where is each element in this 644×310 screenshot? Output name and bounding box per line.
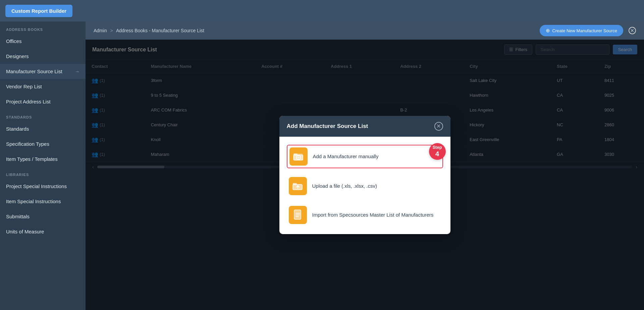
sidebar-item-standards[interactable]: Standards bbox=[0, 121, 86, 136]
modal-title: Add Manufacturer Source List bbox=[287, 123, 368, 130]
close-button[interactable]: ✕ bbox=[629, 27, 636, 34]
create-new-manufacturer-button[interactable]: ⊕ Create New Manufacturer Source bbox=[540, 25, 623, 36]
sidebar-item-units-of-measure[interactable]: Units of Measure bbox=[0, 224, 86, 239]
sidebar-item-item-special-instructions[interactable]: Item Special Instructions bbox=[0, 194, 86, 209]
sidebar-item-submittals[interactable]: Submittals bbox=[0, 209, 86, 224]
sidebar-section-address-books: ADDRESS BOOKS bbox=[0, 21, 86, 34]
modal-option-upload[interactable]: Upload a file (.xls, .xlsx, .csv) bbox=[287, 175, 443, 197]
breadcrumb: Admin > Address Books - Manufacturer Sou… bbox=[94, 28, 204, 33]
svg-rect-13 bbox=[294, 210, 301, 219]
sidebar: ADDRESS BOOKS Offices Designers Manufact… bbox=[0, 21, 86, 310]
table-container: Manufacturer Source List ☰ Filters Searc… bbox=[86, 40, 644, 310]
sidebar-arrow-icon: → bbox=[75, 69, 79, 74]
sidebar-item-offices[interactable]: Offices bbox=[0, 34, 86, 49]
modal-body: Add a Manufacturer manually Step 4 bbox=[279, 137, 450, 234]
sidebar-item-item-types-templates[interactable]: Item Types / Templates bbox=[0, 151, 86, 167]
sidebar-item-vendor-rep-list[interactable]: Vendor Rep List bbox=[0, 79, 86, 94]
sidebar-item-designers[interactable]: Designers bbox=[0, 49, 86, 64]
modal-option-upload-label: Upload a file (.xls, .xlsx, .csv) bbox=[312, 183, 377, 189]
sidebar-item-project-address-list[interactable]: Project Address List bbox=[0, 94, 86, 109]
modal-option-import[interactable]: Import from Specsources Master List of M… bbox=[287, 204, 443, 226]
modal-header: Add Manufacturer Source List ✕ bbox=[279, 116, 450, 137]
modal-close-button[interactable]: ✕ bbox=[434, 122, 443, 131]
breadcrumb-bar: Admin > Address Books - Manufacturer Sou… bbox=[86, 21, 644, 40]
add-folder-icon bbox=[289, 147, 308, 166]
modal: Add Manufacturer Source List ✕ bbox=[279, 116, 450, 234]
modal-option-manual[interactable]: Add a Manufacturer manually Step 4 bbox=[287, 145, 443, 168]
custom-report-button[interactable]: Custom Report Builder bbox=[5, 5, 72, 17]
sidebar-item-specification-types[interactable]: Specification Types bbox=[0, 136, 86, 151]
sidebar-item-manufacturer-source-list[interactable]: Manufacturer Source List → bbox=[0, 64, 86, 79]
sidebar-section-libraries: LIBRARIES bbox=[0, 167, 86, 179]
breadcrumb-separator: > bbox=[110, 28, 113, 33]
main-layout: ADDRESS BOOKS Offices Designers Manufact… bbox=[0, 21, 644, 310]
plus-circle-icon: ⊕ bbox=[546, 28, 550, 34]
upload-folder-icon bbox=[289, 177, 307, 195]
modal-option-manual-label: Add a Manufacturer manually bbox=[313, 153, 379, 159]
modal-option-import-label: Import from Specsources Master List of M… bbox=[312, 212, 434, 218]
step-badge: Step 4 bbox=[429, 143, 446, 160]
sidebar-item-project-special-instructions[interactable]: Project Special Instructions bbox=[0, 179, 86, 194]
modal-overlay: Add Manufacturer Source List ✕ bbox=[86, 40, 644, 310]
breadcrumb-section: Address Books - Manufacturer Source List bbox=[116, 28, 204, 33]
import-doc-icon bbox=[289, 206, 307, 224]
sidebar-section-standards: STANDARDS bbox=[0, 109, 86, 121]
top-bar: Custom Report Builder bbox=[0, 0, 644, 21]
content-area: Admin > Address Books - Manufacturer Sou… bbox=[86, 21, 644, 310]
breadcrumb-admin: Admin bbox=[94, 28, 107, 33]
svg-rect-3 bbox=[293, 153, 298, 156]
